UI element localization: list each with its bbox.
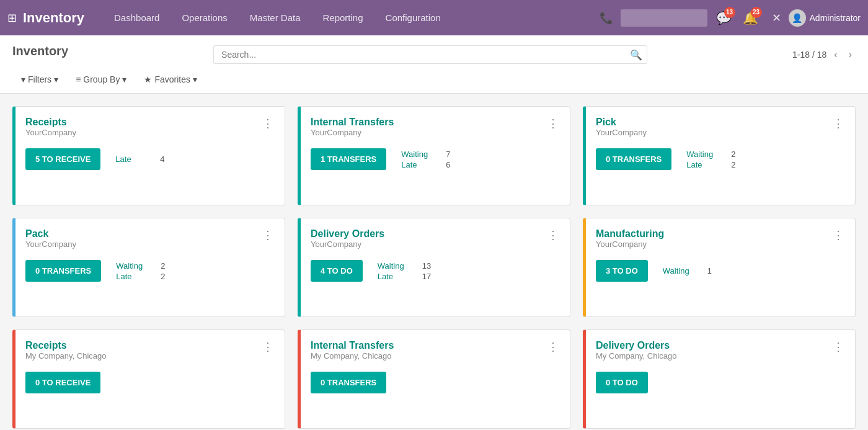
card-subtitle: My Company, Chicago bbox=[25, 351, 107, 361]
search-input[interactable] bbox=[213, 45, 647, 64]
stat-label: Late bbox=[401, 160, 438, 169]
nav-configuration[interactable]: Configuration bbox=[374, 0, 452, 35]
stat-value: 4 bbox=[160, 155, 164, 164]
star-icon: ★ bbox=[144, 74, 152, 84]
card-title: Receipts bbox=[25, 117, 76, 128]
app-brand: Inventory bbox=[23, 10, 84, 26]
card-body: 0 TRANSFERS bbox=[311, 372, 560, 393]
card-subtitle: My Company, Chicago bbox=[311, 351, 394, 361]
groupby-button[interactable]: ≡ Group By ▾ bbox=[67, 71, 135, 88]
card-action-button[interactable]: 0 TRANSFERS bbox=[311, 372, 386, 393]
prev-page-button[interactable]: ‹ bbox=[830, 48, 841, 61]
card-body: 5 TO RECEIVE Late 4 bbox=[25, 148, 275, 170]
topbar-search[interactable] bbox=[621, 9, 707, 27]
favorites-button[interactable]: ★ Favorites ▾ bbox=[135, 71, 206, 88]
groupby-icon: ≡ bbox=[76, 74, 81, 84]
card-menu-icon[interactable]: ⋮ bbox=[546, 117, 560, 130]
chat-badge: 13 bbox=[724, 7, 735, 18]
card-menu-icon[interactable]: ⋮ bbox=[831, 117, 845, 130]
card-body: 0 TRANSFERS Waiting 2 Late 2 bbox=[25, 260, 275, 282]
card-title: Pack bbox=[25, 228, 76, 240]
card-menu-icon[interactable]: ⋮ bbox=[831, 228, 845, 242]
card-internal-transfers-chicago: Internal Transfers My Company, Chicago ⋮… bbox=[298, 329, 570, 429]
search-icon[interactable]: 🔍 bbox=[630, 48, 642, 60]
stat-row: Waiting 2 bbox=[116, 261, 165, 271]
cards-grid: Receipts YourCompany ⋮ 5 TO RECEIVE Late… bbox=[12, 106, 856, 429]
card-title: Receipts bbox=[25, 340, 107, 351]
card-internal-transfers-yourcompany: Internal Transfers YourCompany ⋮ 1 TRANS… bbox=[298, 106, 570, 205]
card-menu-icon[interactable]: ⋮ bbox=[831, 340, 845, 354]
card-delivery-orders-yourcompany: Delivery Orders YourCompany ⋮ 4 TO DO Wa… bbox=[298, 218, 570, 317]
stat-label: Late bbox=[378, 272, 415, 281]
nav-masterdata[interactable]: Master Data bbox=[239, 0, 312, 35]
card-stats: Waiting 2 Late 2 bbox=[116, 261, 165, 281]
card-stats: Waiting 7 Late 6 bbox=[401, 150, 450, 169]
card-manufacturing-yourcompany: Manufacturing YourCompany ⋮ 3 TO DO Wait… bbox=[583, 218, 856, 317]
stat-value: 2 bbox=[731, 160, 735, 169]
stat-value: 13 bbox=[422, 261, 431, 271]
card-action-button[interactable]: 0 TRANSFERS bbox=[596, 148, 671, 170]
stat-value: 7 bbox=[446, 150, 450, 159]
card-menu-icon[interactable]: ⋮ bbox=[261, 117, 275, 130]
stat-row: Late 4 bbox=[115, 155, 164, 164]
card-header: Receipts YourCompany ⋮ bbox=[25, 117, 275, 146]
page-title: Inventory bbox=[12, 44, 68, 58]
filters-button[interactable]: ▾ Filters ▾ bbox=[12, 71, 67, 88]
phone-icon[interactable]: 📞 bbox=[597, 9, 616, 27]
topbar-right: 📞 💬 13 🔔 23 ✕ 👤 Administrator bbox=[597, 9, 861, 27]
stat-label: Waiting bbox=[401, 150, 438, 159]
chat-badge-btn[interactable]: 💬 13 bbox=[716, 11, 732, 25]
stat-row: Waiting 1 bbox=[663, 266, 712, 275]
card-action-button[interactable]: 5 TO RECEIVE bbox=[25, 148, 100, 170]
card-pack-yourcompany: Pack YourCompany ⋮ 0 TRANSFERS Waiting 2… bbox=[12, 218, 285, 317]
card-action-button[interactable]: 0 TO DO bbox=[596, 372, 648, 393]
card-stats: Waiting 1 bbox=[663, 266, 712, 275]
pagination-label: 1-18 / 18 bbox=[792, 50, 826, 60]
card-header: Pick YourCompany ⋮ bbox=[596, 117, 845, 146]
stat-value: 2 bbox=[161, 261, 165, 271]
card-body: 0 TRANSFERS Waiting 2 Late 2 bbox=[596, 148, 845, 170]
subheader: Inventory 🔍 1-18 / 18 ‹ › ▾ Filters ▾ ≡ … bbox=[0, 35, 868, 94]
card-receipts-chicago: Receipts My Company, Chicago ⋮ 0 TO RECE… bbox=[12, 329, 285, 429]
nav-operations[interactable]: Operations bbox=[170, 0, 238, 35]
card-header: Pack YourCompany ⋮ bbox=[25, 228, 275, 258]
card-action-button[interactable]: 3 TO DO bbox=[596, 260, 648, 282]
stat-row: Late 2 bbox=[686, 160, 735, 169]
stat-row: Waiting 7 bbox=[401, 150, 450, 159]
card-menu-icon[interactable]: ⋮ bbox=[546, 228, 560, 242]
admin-menu[interactable]: 👤 Administrator bbox=[789, 9, 861, 27]
card-header: Manufacturing YourCompany ⋮ bbox=[596, 228, 845, 258]
stat-row: Waiting 2 bbox=[686, 150, 735, 159]
card-action-button[interactable]: 0 TO RECEIVE bbox=[25, 372, 100, 393]
stat-label: Late bbox=[686, 160, 724, 169]
stat-row: Late 6 bbox=[401, 160, 450, 169]
card-header: Delivery Orders My Company, Chicago ⋮ bbox=[596, 340, 845, 369]
card-body: 1 TRANSFERS Waiting 7 Late 6 bbox=[311, 148, 560, 170]
nav-reporting[interactable]: Reporting bbox=[312, 0, 374, 35]
card-menu-icon[interactable]: ⋮ bbox=[261, 340, 275, 354]
close-icon[interactable]: ✕ bbox=[769, 9, 784, 27]
grid-icon[interactable]: ⊞ bbox=[7, 11, 17, 25]
stat-value: 2 bbox=[731, 150, 735, 159]
card-stats: Waiting 2 Late 2 bbox=[686, 150, 735, 169]
card-title: Internal Transfers bbox=[311, 117, 394, 128]
card-action-button[interactable]: 0 TRANSFERS bbox=[25, 260, 101, 282]
card-subtitle: YourCompany bbox=[311, 128, 394, 137]
topbar: ⊞ Inventory Dashboard Operations Master … bbox=[0, 0, 868, 35]
card-menu-icon[interactable]: ⋮ bbox=[261, 228, 275, 242]
stat-label: Waiting bbox=[378, 261, 415, 271]
card-menu-icon[interactable]: ⋮ bbox=[546, 340, 560, 354]
card-body: 3 TO DO Waiting 1 bbox=[596, 260, 845, 282]
card-action-button[interactable]: 4 TO DO bbox=[311, 260, 363, 282]
next-page-button[interactable]: › bbox=[845, 48, 856, 61]
stat-label: Waiting bbox=[686, 150, 724, 159]
card-subtitle: YourCompany bbox=[596, 240, 664, 249]
stat-value: 17 bbox=[422, 272, 431, 281]
card-title: Manufacturing bbox=[596, 228, 664, 240]
stat-row: Late 17 bbox=[378, 272, 431, 281]
card-action-button[interactable]: 1 TRANSFERS bbox=[311, 148, 386, 170]
card-subtitle: YourCompany bbox=[596, 128, 647, 137]
activity-badge-btn[interactable]: 🔔 23 bbox=[743, 11, 758, 25]
nav-dashboard[interactable]: Dashboard bbox=[103, 0, 170, 35]
card-subtitle: YourCompany bbox=[311, 240, 384, 249]
